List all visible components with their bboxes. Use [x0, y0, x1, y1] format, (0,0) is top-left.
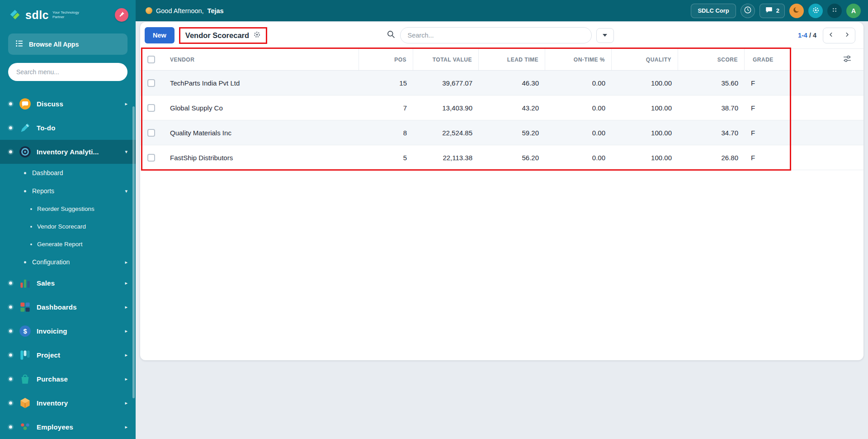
caret-down-icon [603, 34, 607, 37]
apps-launcher-icon [831, 6, 838, 15]
sidebar-subitem-vendor-scorecard[interactable]: Vendor Scorecard [0, 218, 136, 235]
score-cell: 38.70 [678, 104, 745, 112]
column-header-on-time[interactable]: ON-TIME % [545, 49, 612, 70]
table-row[interactable]: Quality Materials Inc 8 22,524.85 59.20 … [140, 120, 863, 145]
bullet-dot [9, 353, 12, 357]
user-avatar[interactable]: A [846, 4, 861, 18]
browse-all-apps-label: Browse All Apps [29, 41, 79, 48]
sidebar-item-label: To-do [37, 124, 56, 132]
column-header-lead-time[interactable]: LEAD TIME [479, 49, 545, 70]
on-time-cell: 0.00 [545, 129, 612, 137]
pos-cell: 8 [359, 129, 413, 137]
header-options-cell [788, 49, 863, 70]
sidebar-subitem-generate-report[interactable]: Generate Report [0, 235, 136, 253]
table-row[interactable]: TechParts India Pvt Ltd 15 39,677.07 46.… [140, 71, 863, 95]
new-button[interactable]: New [145, 27, 175, 43]
row-checkbox[interactable] [147, 104, 155, 112]
column-header-score[interactable]: SCORE [678, 49, 745, 70]
topbar-actions: SDLC Corp 2 A [691, 4, 861, 18]
table-row[interactable]: Global Supply Co 7 13,403.90 43.20 0.00 … [140, 95, 863, 120]
on-time-cell: 0.00 [545, 154, 612, 162]
column-header-grade[interactable]: GRADE [745, 49, 788, 70]
column-header-total-value[interactable]: TOTAL VALUE [413, 49, 479, 70]
filter-sliders-icon[interactable] [843, 54, 852, 65]
sidebar-subitem-configuration[interactable]: Configuration ▸ [0, 253, 136, 271]
sidebar-item-invoicing[interactable]: $ Invoicing ▸ [0, 319, 136, 343]
pager-text: 1-4 / 4 [798, 32, 816, 39]
row-checkbox[interactable] [147, 79, 155, 87]
header-checkbox-cell [140, 49, 162, 70]
dark-mode-toggle[interactable] [789, 4, 804, 18]
bullet-dot [9, 102, 12, 105]
column-header-quality[interactable]: QUALITY [612, 49, 678, 70]
search-filters-toggle[interactable] [596, 28, 614, 43]
sidebar-item-dashboards[interactable]: Dashboards ▸ [0, 295, 136, 319]
search-icon [387, 30, 396, 41]
pin-button[interactable] [115, 8, 128, 22]
apps-list-icon [15, 39, 24, 49]
vendor-cell: Global Supply Co [162, 104, 359, 112]
discuss-icon [19, 98, 31, 110]
menu-search-input[interactable] [8, 63, 127, 81]
vendor-table: VENDOR POS TOTAL VALUE LEAD TIME ON-TIME… [140, 48, 863, 170]
logo-row: sdlc Your Technology Partner [0, 0, 136, 23]
sidebar-item-sales[interactable]: Sales ▸ [0, 271, 136, 295]
activities-button[interactable] [741, 4, 755, 18]
pos-cell: 15 [359, 79, 413, 87]
search-input[interactable] [400, 27, 592, 43]
row-checkbox[interactable] [147, 129, 155, 137]
apps-launcher-button[interactable] [827, 4, 842, 18]
row-checkbox[interactable] [147, 154, 155, 162]
sidebar-item-todo[interactable]: To-do [0, 116, 136, 140]
page-title: Vendor Scorecard [185, 31, 249, 40]
sidebar-item-inventory[interactable]: Inventory ▸ [0, 391, 136, 415]
vendor-cell: Quality Materials Inc [162, 129, 359, 137]
bullet-dot [9, 150, 12, 153]
pager-next-button[interactable] [839, 28, 855, 43]
sidebar-subitem-dashboard[interactable]: Dashboard [0, 164, 136, 182]
bullet-dot [24, 261, 26, 263]
sidebar-item-project[interactable]: Project ▸ [0, 343, 136, 367]
sidebar-item-label: Purchase [37, 375, 68, 383]
sidebar-item-label: Inventory [37, 399, 68, 407]
vendor-cell: TechParts India Pvt Ltd [162, 79, 359, 87]
lead-time-cell: 43.20 [479, 104, 545, 112]
column-header-pos[interactable]: POS [359, 49, 413, 70]
sidebar-subitem-reports[interactable]: Reports ▾ [0, 182, 136, 200]
content-area: New Vendor Scorecard [136, 21, 868, 439]
bullet-dot [9, 377, 12, 381]
settings-button[interactable] [808, 4, 823, 18]
table-body: TechParts India Pvt Ltd 15 39,677.07 46.… [140, 71, 863, 170]
view-title-annotation-box: Vendor Scorecard [179, 27, 267, 44]
browse-all-apps-button[interactable]: Browse All Apps [8, 33, 127, 55]
messages-button[interactable]: 2 [760, 4, 785, 18]
company-switcher-button[interactable]: SDLC Corp [691, 4, 736, 18]
sidebar-item-inventory-analytics[interactable]: Inventory Analyti... ▾ [0, 140, 136, 164]
chevron-right-icon: ▸ [125, 400, 127, 406]
bullet-dot [30, 208, 32, 210]
chevron-right-icon: ▸ [125, 328, 127, 334]
row-checkbox-cell [140, 79, 162, 87]
sidebar-subitem-reorder-suggestions[interactable]: Reorder Suggestions [0, 200, 136, 218]
pager-previous-button[interactable] [823, 28, 839, 43]
sidebar-item-label: Inventory Analyti... [37, 148, 99, 156]
table-row[interactable]: FastShip Distributors 5 22,113.38 56.20 … [140, 145, 863, 170]
sidebar-item-purchase[interactable]: Purchase ▸ [0, 367, 136, 391]
sidebar-item-discuss[interactable]: Discuss ▸ [0, 92, 136, 116]
dashboards-icon [19, 301, 31, 313]
bullet-dot [9, 282, 12, 285]
select-all-checkbox[interactable] [147, 56, 155, 63]
sidebar-subitem-label: Vendor Scorecard [37, 223, 86, 230]
on-time-cell: 0.00 [545, 79, 612, 87]
score-cell: 35.60 [678, 79, 745, 87]
column-header-vendor[interactable]: VENDOR [162, 49, 359, 70]
lead-time-cell: 59.20 [479, 129, 545, 137]
sidebar-item-employees[interactable]: Employees ▸ [0, 415, 136, 439]
pager-range: 1-4 [798, 32, 807, 39]
greeting-text: Good Afternoon, [156, 7, 204, 14]
pos-cell: 5 [359, 154, 413, 162]
sidebar-scrollbar[interactable] [132, 106, 135, 398]
chevron-right-icon: ▸ [125, 101, 127, 107]
sidebar-subitem-label: Reports [32, 187, 54, 195]
cog-icon[interactable] [253, 31, 261, 40]
